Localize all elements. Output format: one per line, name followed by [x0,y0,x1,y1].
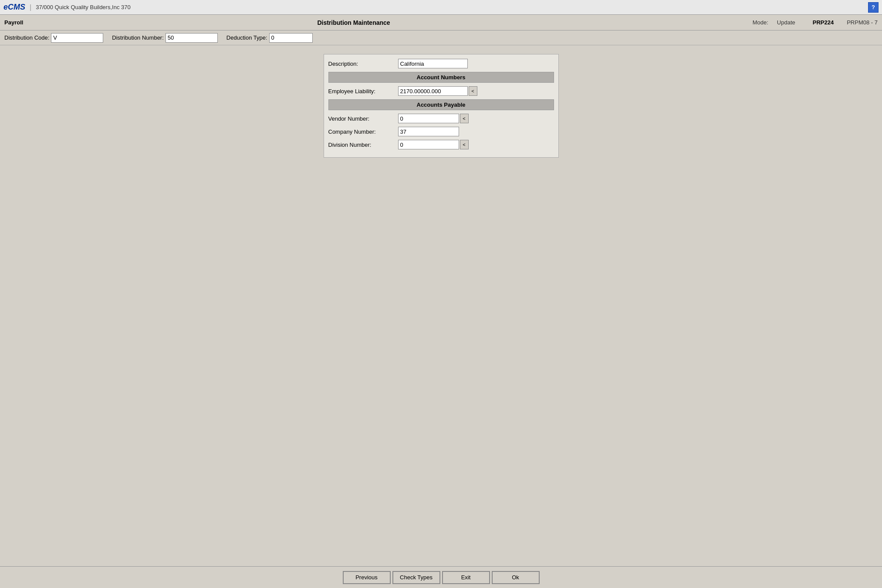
employee-liability-row: Employee Liability: < [328,86,554,96]
mode-section: Mode: Update PRP224 PRPM08 - 7 [528,19,878,26]
distribution-number-group: Distribution Number: [112,33,218,43]
main-content: Description: Account Numbers Employee Li… [0,45,882,566]
mode-label: Mode: [753,19,768,26]
exit-button[interactable]: Exit [442,571,490,584]
vendor-number-input[interactable] [398,114,459,123]
distribution-code-group: Distribution Code: [4,33,103,43]
distribution-code-input[interactable] [51,33,103,43]
division-number-row: Division Number: < [328,140,554,149]
previous-button[interactable]: Previous [343,571,391,584]
title-bar: eCMS | 37/000 Quick Quality Builders,Inc… [0,0,882,15]
description-row: Description: [328,59,554,68]
page-title: Distribution Maintenance [179,19,528,26]
vendor-number-input-group: < [398,114,469,123]
check-types-button[interactable]: Check Types [392,571,440,584]
division-number-input-group: < [398,140,469,149]
title-separator: | [30,3,31,11]
module-bar: Payroll Distribution Maintenance Mode: U… [0,15,882,30]
account-numbers-header: Account Numbers [328,72,554,83]
description-label: Description: [328,61,398,67]
description-input[interactable] [398,59,468,68]
vendor-number-row: Vendor Number: < [328,114,554,123]
ok-button[interactable]: Ok [492,571,540,584]
employee-liability-lookup-button[interactable]: < [469,86,477,96]
ecms-logo: eCMS [3,3,25,12]
deduction-type-group: Deduction Type: [226,33,313,43]
division-number-label: Division Number: [328,142,398,148]
division-number-input[interactable] [398,140,459,149]
distribution-number-label: Distribution Number: [112,34,164,41]
help-button[interactable]: ? [868,2,879,13]
module-name: Payroll [4,19,179,26]
vendor-number-label: Vendor Number: [328,115,398,122]
deduction-type-input[interactable] [269,33,313,43]
bottom-bar: Previous Check Types Exit Ok [0,566,882,588]
accounts-payable-header: Accounts Payable [328,99,554,110]
form-panel: Description: Account Numbers Employee Li… [324,54,559,158]
fields-bar: Distribution Code: Distribution Number: … [0,30,882,45]
vendor-number-lookup-button[interactable]: < [460,114,469,123]
employee-liability-label: Employee Liability: [328,88,398,95]
company-number-label: Company Number: [328,128,398,135]
screen-id: PRPM08 - 7 [847,19,878,26]
employee-liability-input-group: < [398,86,477,96]
employee-liability-input[interactable] [398,86,468,96]
division-number-lookup-button[interactable]: < [460,140,469,149]
company-info: 37/000 Quick Quality Builders,Inc 370 [36,4,868,10]
mode-value: Update [777,19,795,26]
company-number-row: Company Number: [328,127,554,136]
distribution-code-label: Distribution Code: [4,34,49,41]
distribution-number-input[interactable] [166,33,218,43]
program-id: PRP224 [813,19,834,26]
deduction-type-label: Deduction Type: [226,34,267,41]
company-number-input[interactable] [398,127,459,136]
